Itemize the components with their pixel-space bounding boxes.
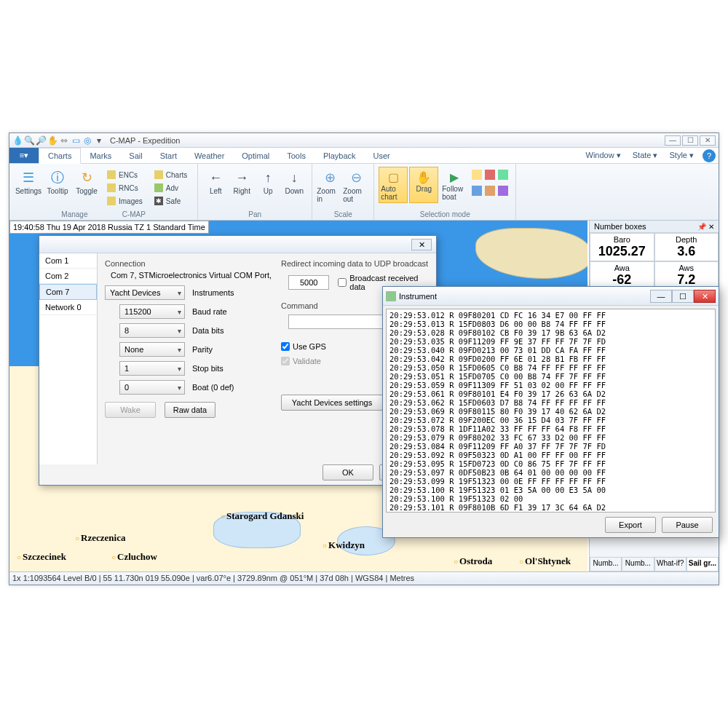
pan-down-button[interactable]: ↓Down <box>281 165 307 195</box>
tab-marks[interactable]: Marks <box>81 148 120 163</box>
safe-button[interactable]: ✱Safe <box>151 194 190 207</box>
nbox-label: Baro <box>593 235 651 244</box>
target-icon[interactable]: ◎ <box>82 135 92 146</box>
charts-button[interactable]: Charts <box>151 168 190 181</box>
toggle-button[interactable]: ↻Toggle <box>72 165 101 210</box>
folder-icon <box>107 183 116 192</box>
pan-right-button[interactable]: →Right <box>229 165 255 195</box>
nbox-value: 3.6 <box>658 244 716 259</box>
minimize-button[interactable]: — <box>665 135 681 146</box>
tab-sail[interactable]: Sail <box>120 148 151 163</box>
autochart-button[interactable]: ▢Auto chart <box>379 167 408 203</box>
style-menu[interactable]: Style ▾ <box>663 148 700 163</box>
group-selection-label: Selection mode <box>379 210 511 220</box>
sidebar-item[interactable]: Com 2 <box>39 269 97 284</box>
palette-icon[interactable] <box>498 186 508 196</box>
palette-icon[interactable] <box>472 186 482 196</box>
close-icon[interactable]: ✕ <box>411 239 432 250</box>
ribbon: ☰Settings ⓘTooltip ↻Toggle ENCs RNCs Ima… <box>9 164 719 221</box>
pan-up-button[interactable]: ↑Up <box>255 165 281 195</box>
nbox-value: 1025.27 <box>593 244 651 259</box>
settings-button[interactable]: ☰Settings <box>14 165 43 210</box>
sidebar-item[interactable]: Com 7 <box>39 284 97 300</box>
images-button[interactable]: Images <box>104 194 146 207</box>
raw-data-area[interactable]: 20:29:53.012 R 09F80201 CD FC 16 34 E7 0… <box>386 309 716 513</box>
hand-icon[interactable]: ✋ <box>47 135 58 146</box>
drag-button[interactable]: ✋Drag <box>409 167 438 203</box>
close-button[interactable]: ✕ <box>694 290 716 303</box>
settings-sidebar: Com 1 Com 2 Com 7 Network 0 <box>39 253 98 464</box>
help-icon[interactable]: ? <box>703 149 716 162</box>
udp-port-input[interactable]: 5000 <box>288 275 329 290</box>
safe-icon: ✱ <box>154 197 163 205</box>
dialog-titlebar[interactable]: ✕ <box>39 236 436 253</box>
parity-combo[interactable]: None <box>119 342 185 357</box>
boat-icon: ▶ <box>446 169 462 185</box>
baud-combo[interactable]: 115200 <box>119 304 185 319</box>
window-menu[interactable]: Window ▾ <box>580 148 627 163</box>
group-scale-label: Scale <box>317 210 369 220</box>
tab-tools[interactable]: Tools <box>278 148 314 163</box>
tab-user[interactable]: User <box>365 148 399 163</box>
panel-tab[interactable]: Numb... <box>590 557 622 571</box>
drop-icon[interactable]: 💧 <box>12 135 23 146</box>
encs-button[interactable]: ENCs <box>104 168 146 181</box>
maximize-button[interactable]: ☐ <box>682 135 698 146</box>
export-button[interactable]: Export <box>605 517 656 533</box>
palette-icon[interactable] <box>485 170 495 180</box>
tooltip-button[interactable]: ⓘTooltip <box>43 165 72 210</box>
port-description: Com 7, STMicroelectronics Virtual COM Po… <box>111 271 272 280</box>
maximize-button[interactable]: ☐ <box>672 290 694 303</box>
minimize-button[interactable]: — <box>650 290 672 303</box>
ok-button[interactable]: OK <box>323 464 373 480</box>
dropdown-icon[interactable]: ▾ <box>94 135 104 146</box>
arrow-right-icon: → <box>235 168 248 187</box>
pan-left-button[interactable]: ←Left <box>202 165 229 195</box>
panel-tab[interactable]: Numb... <box>622 557 654 571</box>
rawdata-button[interactable]: Raw data <box>165 402 215 418</box>
pause-button[interactable]: Pause <box>662 517 713 533</box>
dialog-title: Instrument <box>399 292 437 301</box>
group-pan-label: Pan <box>202 210 307 220</box>
wake-button[interactable]: Wake <box>105 402 156 418</box>
stopbits-combo[interactable]: 1 <box>119 361 185 376</box>
state-menu[interactable]: State ▾ <box>627 148 664 163</box>
close-button[interactable]: ✕ <box>700 135 716 146</box>
panel-tab[interactable]: What-if? <box>654 557 687 571</box>
panel-tab[interactable]: Sail gr... <box>687 557 719 571</box>
city-label: Czluchow <box>111 551 157 563</box>
followboat-button[interactable]: ▶Follow boat <box>440 167 469 203</box>
folder-icon <box>154 170 163 179</box>
zoom-in-button[interactable]: ⊕Zoom in <box>317 165 343 203</box>
yachtdevices-button[interactable]: Yacht Devices settings <box>281 395 383 411</box>
palette-icon[interactable] <box>472 170 482 180</box>
tab-optimal[interactable]: Optimal <box>233 148 278 163</box>
window-controls: — ☐ ✕ <box>665 135 716 146</box>
tab-playback[interactable]: Playback <box>314 148 365 163</box>
dialog-titlebar[interactable]: Instrument — ☐ ✕ <box>383 287 719 306</box>
palette-icon[interactable] <box>498 170 508 180</box>
tab-charts[interactable]: Charts <box>39 148 81 164</box>
layers-icon: ▢ <box>385 169 401 185</box>
window-icon[interactable]: ▭ <box>71 135 81 146</box>
rncs-button[interactable]: RNCs <box>104 181 146 194</box>
link-icon[interactable]: ⇔ <box>59 135 69 146</box>
zoom-out-icon[interactable]: 🔎 <box>36 135 46 146</box>
city-label: Starogard Gdanski <box>221 510 304 522</box>
file-tab[interactable]: ≡▾ <box>9 148 39 163</box>
arrow-left-icon: ← <box>209 168 222 187</box>
tab-weather[interactable]: Weather <box>186 148 233 163</box>
palette-icon[interactable] <box>485 186 495 196</box>
instruments-combo[interactable]: Yacht Devices <box>105 285 185 300</box>
zoom-in-icon[interactable]: 🔍 <box>24 135 34 146</box>
tab-start[interactable]: Start <box>151 148 186 163</box>
sidebar-item[interactable]: Network 0 <box>39 300 97 315</box>
city-label: Ostroda <box>454 555 492 567</box>
boat-combo[interactable]: 0 <box>119 380 185 395</box>
pin-icon[interactable]: 📌 ✕ <box>697 223 714 231</box>
sidebar-item[interactable]: Com 1 <box>39 253 97 269</box>
settings-dialog: ✕ Com 1 Com 2 Com 7 Network 0 Connection… <box>39 235 437 486</box>
adv-button[interactable]: Adv <box>151 181 190 194</box>
databits-combo[interactable]: 8 <box>119 323 185 338</box>
zoom-out-button[interactable]: ⊖Zoom out <box>343 165 369 203</box>
